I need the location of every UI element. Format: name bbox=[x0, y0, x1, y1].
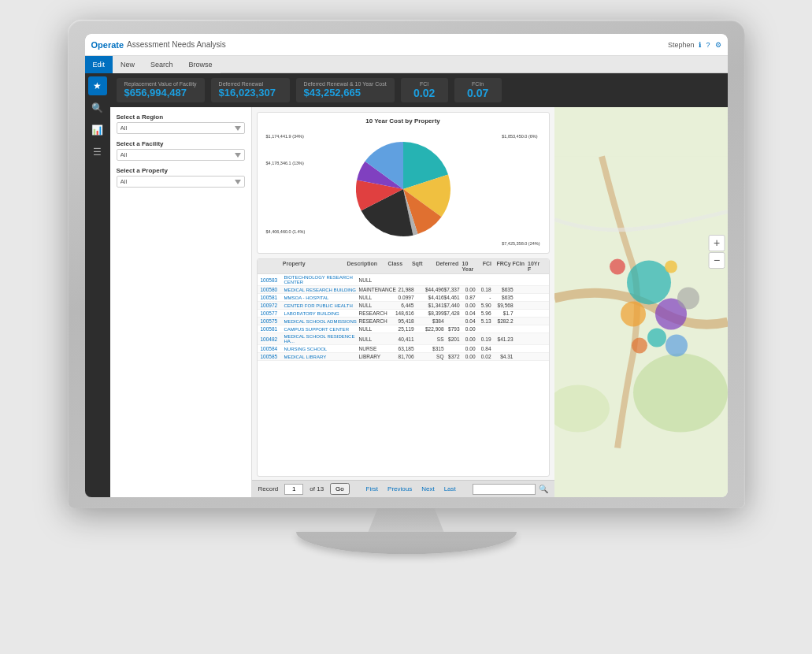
region-label: Select a Region bbox=[117, 113, 245, 121]
kpi-replacement-value: $656,994,487 bbox=[124, 87, 197, 98]
record-input[interactable] bbox=[284, 484, 303, 495]
col-header-class: Class bbox=[386, 261, 410, 272]
col-header-dr: Deferred bbox=[434, 261, 460, 272]
table-row[interactable]: 100581 MMSOA - HOSPITAL NULL 0.0997 $4,4… bbox=[258, 294, 549, 302]
sidebar-icon-star[interactable]: ★ bbox=[88, 76, 107, 95]
facility-label: Select a Facility bbox=[117, 140, 245, 147]
app-title: Assessment Needs Analysis bbox=[127, 40, 226, 49]
col-header-fcin: FCIn bbox=[510, 261, 526, 272]
monitor-wrapper: Operate Assessment Needs Analysis Stephe… bbox=[68, 20, 745, 634]
kpi-fci2: FCIn 0.07 bbox=[454, 78, 502, 102]
table-row[interactable]: 100972 CENTER FOR PUBLIC HEALTH NULL 6,4… bbox=[258, 302, 549, 310]
kpi-deferred-10yr-label: Deferred Renewal & 10 Year Cost bbox=[304, 81, 387, 87]
left-panel: Select a Region All Select a Facility Al… bbox=[110, 107, 252, 497]
svg-text:−: − bbox=[713, 254, 719, 266]
go-button[interactable]: Go bbox=[330, 483, 350, 495]
table-area: Property Description Class Sqft Deferred… bbox=[257, 258, 550, 477]
main-layout: ★ 🔍 📊 ☰ Replacement Value of Facility $6… bbox=[85, 73, 728, 497]
col-header-10yr: 10 Year bbox=[461, 261, 481, 272]
svg-point-9 bbox=[610, 259, 625, 275]
kpi-fci2-label: FCIn bbox=[461, 81, 495, 87]
screen: Operate Assessment Needs Analysis Stephe… bbox=[85, 34, 728, 497]
property-label: Select a Property bbox=[117, 167, 245, 174]
search-bar-right: 🔍 bbox=[473, 484, 548, 495]
region-filter: Select a Region All bbox=[117, 113, 245, 134]
next-button[interactable]: Next bbox=[421, 485, 434, 492]
app-logo: Operate bbox=[91, 40, 124, 50]
monitor-outer: Operate Assessment Needs Analysis Stephe… bbox=[68, 20, 745, 508]
first-button[interactable]: First bbox=[366, 485, 379, 492]
kpi-fci2-value: 0.07 bbox=[461, 87, 495, 99]
chart-label-4: $4,406,460.0 (1.4%) bbox=[266, 229, 306, 234]
svg-point-5 bbox=[621, 302, 646, 327]
col-header-fci: FCI bbox=[481, 261, 495, 272]
table-row[interactable]: 100575 MEDICAL SCHOOL ADMISSIONS RESEARC… bbox=[258, 318, 549, 325]
property-select[interactable]: All bbox=[117, 176, 245, 188]
col-header-property: Property bbox=[281, 261, 346, 272]
table-body: 100583 BIOTECHNOLOGY RESEARCH CENTER NUL… bbox=[258, 274, 549, 476]
map-svg: + − bbox=[554, 107, 728, 497]
kpi-deferred-label: Deferred Renewal bbox=[219, 81, 282, 87]
search-icon[interactable]: 🔍 bbox=[539, 485, 548, 493]
kpi-deferred-10yr-value: $43,252,665 bbox=[304, 87, 387, 98]
chart-label-3: $1,853,450.0 (6%) bbox=[502, 134, 537, 139]
col-header-desc: Description bbox=[346, 261, 387, 272]
svg-point-8 bbox=[632, 338, 647, 354]
chart-label-2: $4,178,346.1 (13%) bbox=[266, 161, 304, 165]
kpi-fci-label: FCI bbox=[407, 81, 442, 87]
last-button[interactable]: Last bbox=[444, 485, 456, 492]
monitor-bezel: Operate Assessment Needs Analysis Stephe… bbox=[85, 34, 728, 497]
browse-button[interactable]: Browse bbox=[181, 56, 221, 73]
kpi-replacement: Replacement Value of Facility $656,994,4… bbox=[117, 78, 205, 102]
kpi-fci-value: 0.02 bbox=[407, 87, 442, 99]
kpi-deferred-value: $16,023,307 bbox=[219, 87, 282, 98]
col-header-id bbox=[261, 261, 281, 272]
table-row[interactable]: 100585 MEDICAL LIBRARY LIBRARY 81,706 SQ… bbox=[258, 353, 549, 361]
chart-label-5: $7,425,358.0 (24%) bbox=[502, 241, 539, 246]
table-row[interactable]: 100581 CAMPUS SUPPORT CENTER NULL 25,119… bbox=[258, 325, 549, 333]
sidebar-icon-menu[interactable]: ☰ bbox=[88, 143, 107, 162]
kpi-deferred: Deferred Renewal $16,023,307 bbox=[211, 78, 290, 102]
kpi-deferred-10yr: Deferred Renewal & 10 Year Cost $43,252,… bbox=[296, 78, 395, 102]
search-button[interactable]: Search bbox=[143, 56, 181, 73]
table-row[interactable]: 100577 LABORATORY BUILDING RESEARCH 148,… bbox=[258, 310, 549, 318]
total-label: of 13 bbox=[310, 485, 324, 492]
svg-point-10 bbox=[665, 261, 677, 273]
settings-icon[interactable]: ⚙ bbox=[715, 41, 721, 49]
table-row[interactable]: 100583 BIOTECHNOLOGY RESEARCH CENTER NUL… bbox=[258, 274, 549, 286]
svg-point-3 bbox=[627, 261, 671, 305]
region-select[interactable]: All bbox=[117, 122, 245, 134]
content-area: Replacement Value of Facility $656,994,4… bbox=[110, 73, 728, 497]
facility-filter: Select a Facility All bbox=[117, 140, 245, 161]
facility-select[interactable]: All bbox=[117, 149, 245, 161]
table-row[interactable]: 100482 MEDICAL SCHOOL RESIDENCE HA... NU… bbox=[258, 333, 549, 345]
center-panel: 10 Year Cost by Property bbox=[252, 107, 554, 497]
kpi-fci: FCI 0.02 bbox=[401, 78, 448, 102]
pagination-bar: Record of 13 Go First Previous Next Last bbox=[252, 480, 554, 497]
table-row[interactable]: 100580 MEDICAL RESEARCH BUILDING MAINTEN… bbox=[258, 286, 549, 294]
previous-button[interactable]: Previous bbox=[387, 485, 412, 492]
svg-point-1 bbox=[633, 354, 728, 433]
toolbar: Edit New Search Browse bbox=[85, 56, 728, 73]
new-button[interactable]: New bbox=[113, 56, 143, 73]
chart-area: 10 Year Cost by Property bbox=[257, 112, 550, 254]
edit-button[interactable]: Edit bbox=[85, 56, 113, 73]
monitor-stand-base bbox=[296, 532, 517, 554]
dashboard: Select a Region All Select a Facility Al… bbox=[110, 107, 728, 497]
kpi-bar: Replacement Value of Facility $656,994,4… bbox=[110, 73, 728, 107]
chart-title: 10 Year Cost by Property bbox=[262, 117, 544, 124]
svg-point-6 bbox=[647, 329, 666, 347]
table-row[interactable]: 100584 NURSING SCHOOL NURSE 63,185 $315 … bbox=[258, 345, 549, 353]
username: Stephen bbox=[668, 41, 695, 49]
svg-point-11 bbox=[677, 288, 699, 310]
sidebar: ★ 🔍 📊 ☰ bbox=[85, 73, 110, 497]
page-nav: First Previous Next Last bbox=[366, 485, 456, 492]
search-input-bottom[interactable] bbox=[473, 484, 536, 495]
help-icon[interactable]: ? bbox=[706, 41, 710, 49]
col-header-sqft: Sqft bbox=[410, 261, 435, 272]
map-panel: + − bbox=[554, 107, 728, 497]
info-icon[interactable]: ℹ bbox=[699, 41, 701, 49]
sidebar-icon-chart[interactable]: 📊 bbox=[88, 121, 107, 139]
monitor-stand-neck bbox=[359, 508, 454, 532]
sidebar-icon-search[interactable]: 🔍 bbox=[88, 98, 107, 117]
